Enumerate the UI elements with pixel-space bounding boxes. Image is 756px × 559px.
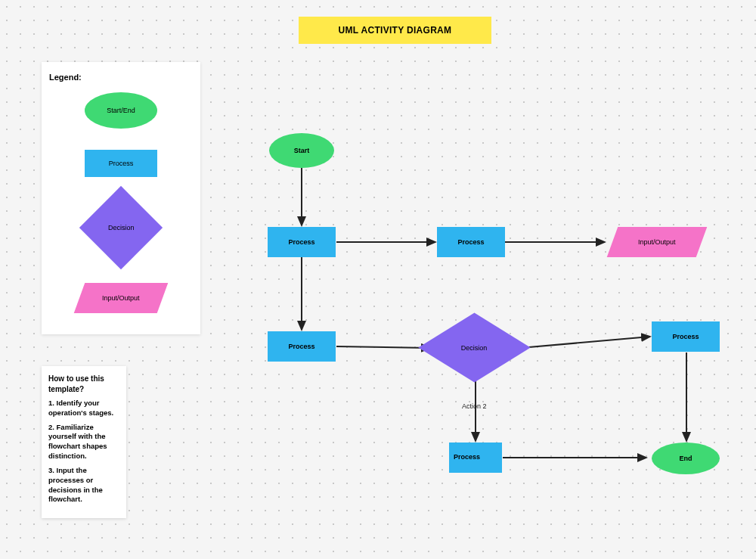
edge-label-action2: Action 2 bbox=[462, 402, 487, 410]
process-node-1-label: Process bbox=[288, 238, 314, 246]
start-node-label: Start bbox=[294, 147, 310, 154]
process-node-5[interactable]: Process bbox=[449, 443, 502, 473]
svg-line-4 bbox=[336, 346, 430, 348]
process-node-3-label: Process bbox=[288, 343, 314, 350]
process-node-5-label: Process bbox=[454, 454, 480, 461]
process-node-4-label: Process bbox=[672, 333, 699, 340]
connectors-layer bbox=[0, 0, 756, 559]
start-node[interactable]: Start bbox=[269, 133, 334, 168]
decision-node-label: Decision bbox=[461, 344, 488, 352]
process-node-1[interactable]: Process bbox=[268, 227, 336, 257]
io-node-1-label: Input/Output bbox=[638, 238, 676, 246]
process-node-4[interactable]: Process bbox=[652, 321, 720, 352]
end-node-label: End bbox=[680, 455, 692, 462]
svg-line-5 bbox=[520, 337, 650, 348]
process-node-2-label: Process bbox=[457, 238, 484, 246]
decision-node[interactable]: Decision bbox=[435, 308, 514, 387]
end-node[interactable]: End bbox=[652, 443, 720, 474]
io-node-1[interactable]: Input/Output bbox=[607, 227, 708, 257]
process-node-2[interactable]: Process bbox=[437, 227, 505, 257]
process-node-3[interactable]: Process bbox=[268, 331, 336, 362]
